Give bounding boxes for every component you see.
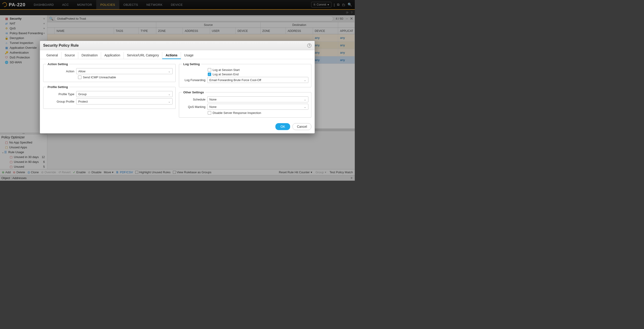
profile-setting-fieldset: Profile Setting Profile Type Group⌄ Grou… bbox=[43, 85, 176, 109]
group-profile-label: Group Profile bbox=[46, 100, 76, 103]
checkbox-checked-icon: ✓ bbox=[208, 73, 211, 76]
chevron-down-icon: ⌄ bbox=[304, 78, 306, 82]
profile-type-label: Profile Type bbox=[46, 92, 76, 96]
ok-button[interactable]: OK bbox=[275, 123, 290, 130]
select-value: Protect bbox=[78, 100, 88, 103]
dialog-title: Security Policy Rule bbox=[43, 44, 79, 48]
dialog-left-column: Action Setting Action Allow⌄ Send ICMP U… bbox=[43, 62, 176, 118]
chevron-down-icon: ⌄ bbox=[168, 100, 170, 103]
dialog-footer: OK Cancel bbox=[40, 121, 314, 133]
tab-service-url[interactable]: Service/URL Category bbox=[124, 52, 162, 59]
checkbox-label: Log at Session Start bbox=[212, 68, 240, 72]
action-setting-legend: Action Setting bbox=[46, 62, 69, 66]
dialog-right-column: Log Setting Log at Session Start ✓ Log a… bbox=[179, 62, 312, 118]
log-setting-fieldset: Log Setting Log at Session Start ✓ Log a… bbox=[179, 62, 312, 87]
qos-marking-label: QoS Marking bbox=[182, 105, 207, 109]
select-value: None bbox=[209, 105, 216, 109]
tab-source[interactable]: Source bbox=[62, 52, 78, 59]
log-setting-legend: Log Setting bbox=[182, 62, 201, 66]
action-setting-fieldset: Action Setting Action Allow⌄ Send ICMP U… bbox=[43, 62, 176, 82]
dialog-title-bar: Security Policy Rule ? bbox=[40, 41, 314, 50]
action-select[interactable]: Allow⌄ bbox=[76, 68, 173, 74]
select-value: None bbox=[209, 98, 216, 101]
profile-type-select[interactable]: Group⌄ bbox=[76, 91, 173, 97]
other-settings-legend: Other Settings bbox=[182, 91, 206, 94]
log-end-checkbox[interactable]: ✓ Log at Session End bbox=[182, 73, 308, 76]
select-value: Group bbox=[78, 92, 86, 96]
chevron-down-icon: ⌄ bbox=[304, 98, 306, 101]
icmp-checkbox[interactable]: Send ICMP Unreachable bbox=[46, 76, 173, 79]
profile-setting-legend: Profile Setting bbox=[46, 85, 69, 89]
checkbox-label: Disable Server Response Inspection bbox=[212, 111, 261, 115]
tab-destination[interactable]: Destination bbox=[78, 52, 101, 59]
action-label: Action bbox=[46, 70, 76, 73]
checkbox-label: Log at Session End bbox=[212, 73, 239, 76]
dsri-checkbox[interactable]: Disable Server Response Inspection bbox=[182, 111, 308, 115]
dialog-tabs: General Source Destination Application S… bbox=[40, 50, 314, 59]
schedule-label: Schedule bbox=[182, 98, 207, 101]
checkbox-icon bbox=[208, 68, 211, 72]
chevron-down-icon: ⌄ bbox=[168, 92, 170, 96]
qos-marking-select[interactable]: None⌄ bbox=[207, 104, 308, 110]
other-settings-fieldset: Other Settings Schedule None⌄ QoS Markin… bbox=[179, 91, 312, 118]
tab-actions[interactable]: Actions bbox=[162, 52, 181, 59]
tab-application[interactable]: Application bbox=[101, 52, 124, 59]
chevron-down-icon: ⌄ bbox=[168, 70, 170, 73]
log-forwarding-label: Log Forwarding bbox=[182, 78, 207, 82]
group-profile-select[interactable]: Protect⌄ bbox=[76, 98, 173, 104]
log-start-checkbox[interactable]: Log at Session Start bbox=[182, 68, 308, 72]
dialog-body: Action Setting Action Allow⌄ Send ICMP U… bbox=[40, 59, 314, 121]
security-policy-rule-dialog: Security Policy Rule ? General Source De… bbox=[40, 41, 315, 134]
tab-usage[interactable]: Usage bbox=[181, 52, 197, 59]
dialog-help-icon[interactable]: ? bbox=[307, 44, 312, 48]
log-forwarding-select[interactable]: Email Forwarding Brute Force Cool-Off⌄ bbox=[207, 77, 308, 83]
select-value: Email Forwarding Brute Force Cool-Off bbox=[209, 78, 261, 82]
cancel-button[interactable]: Cancel bbox=[292, 123, 312, 130]
select-value: Allow bbox=[78, 70, 86, 73]
checkbox-icon bbox=[208, 111, 211, 115]
checkbox-icon bbox=[78, 76, 82, 79]
checkbox-label: Send ICMP Unreachable bbox=[83, 76, 116, 79]
tab-general[interactable]: General bbox=[43, 52, 62, 59]
chevron-down-icon: ⌄ bbox=[304, 105, 306, 109]
schedule-select[interactable]: None⌄ bbox=[207, 96, 308, 102]
